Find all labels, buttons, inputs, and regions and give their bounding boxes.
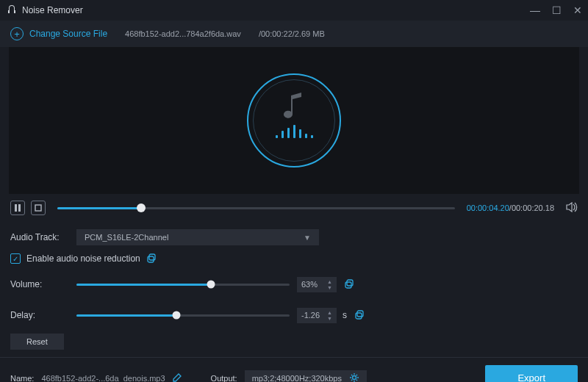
progress-handle[interactable]	[137, 203, 146, 212]
svg-rect-3	[149, 254, 155, 260]
svg-rect-8	[356, 313, 362, 319]
audio-track-value: PCM_S16LE-2Channel	[85, 233, 168, 242]
volume-reset-icon[interactable]	[344, 278, 356, 290]
svg-point-9	[352, 375, 356, 379]
delay-value: -1.26	[301, 311, 320, 320]
pause-button[interactable]	[10, 201, 25, 215]
change-source-button[interactable]: + Change Source File	[10, 27, 107, 40]
svg-rect-1	[18, 204, 21, 212]
noise-reduction-icon[interactable]	[146, 253, 158, 264]
delay-handle[interactable]	[173, 311, 181, 320]
delay-unit: s	[343, 310, 347, 320]
audio-track-select[interactable]: PCM_S16LE-2Channel ▼	[76, 229, 319, 245]
delay-label: Delay:	[10, 310, 69, 320]
plus-circle-icon: +	[10, 27, 24, 40]
volume-label: Volume:	[10, 279, 69, 289]
titlebar: Noise Remover — ☐ ✕	[0, 0, 588, 21]
volume-stepper[interactable]: ▲▼	[327, 279, 332, 290]
edit-name-icon[interactable]	[173, 373, 182, 383]
name-label: Name:	[10, 374, 34, 383]
playback-controls: 00:00:04.20/00:00:20.18	[0, 194, 588, 222]
volume-fill	[76, 284, 211, 286]
noise-reduction-checkbox[interactable]: ✓	[10, 253, 21, 264]
delay-slider[interactable]	[76, 308, 290, 322]
music-note-icon	[282, 93, 306, 122]
svg-rect-4	[148, 256, 154, 262]
volume-slider[interactable]	[76, 277, 290, 292]
app-icon	[6, 4, 18, 16]
playback-time: 00:00:04.20/00:00:20.18	[467, 203, 554, 212]
svg-rect-5	[347, 280, 353, 286]
delay-reset-icon[interactable]	[354, 309, 366, 321]
reset-button[interactable]: Reset	[10, 334, 64, 350]
svg-rect-2	[35, 205, 41, 211]
svg-rect-0	[15, 204, 17, 212]
playback-progress[interactable]	[57, 200, 455, 216]
output-label: Output:	[211, 374, 237, 383]
output-settings-icon[interactable]	[349, 372, 359, 383]
stop-button[interactable]	[31, 201, 46, 215]
equalizer-icon	[276, 125, 313, 138]
total-time: /00:00:20.18	[509, 203, 554, 212]
noise-reduction-label: Enable audio noise reduction	[26, 253, 140, 264]
volume-value-field[interactable]: 63% ▲▼	[297, 277, 337, 292]
toolbar: + Change Source File 468fb152-add2...784…	[0, 21, 588, 47]
output-format-field: mp3;2;48000Hz;320kbps	[245, 370, 367, 383]
minimize-icon[interactable]: —	[530, 5, 540, 15]
output-value: mp3;2;48000Hz;320kbps	[252, 374, 342, 383]
change-source-label: Change Source File	[29, 29, 107, 39]
delay-value-field[interactable]: -1.26 ▲▼	[297, 308, 337, 323]
delay-fill	[76, 314, 176, 317]
audio-track-label: Audio Track:	[10, 232, 69, 242]
app-title: Noise Remover	[22, 5, 83, 15]
source-filename: 468fb152-add2...784a2f6da.wav	[125, 29, 241, 38]
maximize-icon[interactable]: ☐	[552, 5, 562, 15]
export-button[interactable]: Export	[485, 365, 578, 382]
progress-fill	[57, 207, 141, 209]
current-time: 00:00:04.20	[467, 203, 509, 212]
volume-handle[interactable]	[207, 281, 215, 289]
volume-icon[interactable]	[566, 202, 578, 215]
close-icon[interactable]: ✕	[573, 5, 582, 15]
svg-rect-6	[345, 282, 351, 288]
chevron-down-icon: ▼	[304, 234, 311, 242]
volume-value: 63%	[301, 280, 318, 289]
name-value: 468fb152-add2-...6da_denois.mp3	[41, 374, 165, 383]
svg-rect-7	[357, 311, 363, 317]
audio-visualizer	[247, 73, 341, 167]
delay-stepper[interactable]: ▲▼	[327, 310, 332, 321]
preview-area	[9, 47, 579, 194]
source-meta: /00:00:22/2.69 MB	[259, 29, 325, 38]
